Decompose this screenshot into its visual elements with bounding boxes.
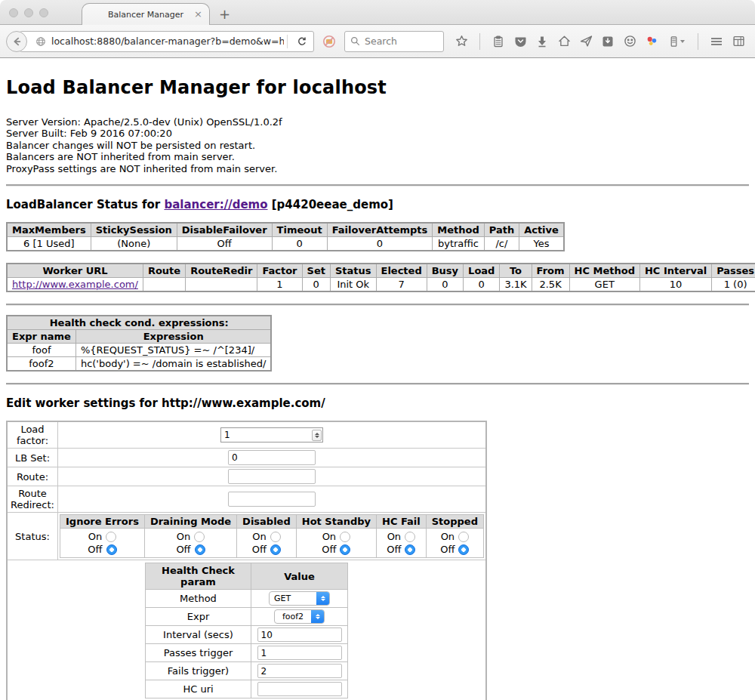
window-controls[interactable] [9, 8, 48, 17]
table-cell: 0 [272, 237, 327, 251]
header-cell: MaxMembers [7, 223, 91, 237]
method-label: Method [146, 590, 251, 608]
balancer-status-table: MaxMembers StickySession DisableFailover… [6, 222, 565, 251]
header-cell: To [500, 264, 532, 278]
colored-dots-extension-icon[interactable] [645, 35, 658, 48]
menu-hamburger-icon[interactable] [710, 35, 723, 48]
ignore-errors-on-radio[interactable] [106, 532, 116, 542]
form-row-lb-set: LB Set: [7, 449, 486, 467]
load-factor-input[interactable] [220, 427, 323, 443]
on-label: On [88, 531, 102, 542]
draining-mode-on-radio[interactable] [194, 532, 205, 542]
back-button[interactable] [6, 31, 27, 52]
hc-row-method: Method GET [146, 590, 348, 608]
reading-list-icon[interactable] [492, 35, 505, 48]
route-redirect-input[interactable] [228, 492, 316, 507]
on-label: On [322, 531, 336, 542]
table-header-row: MaxMembers StickySession DisableFailover… [7, 223, 564, 237]
download-arrow-icon[interactable] [535, 35, 549, 48]
table-cell: GET [569, 278, 639, 292]
header-cell: Value [251, 563, 348, 590]
hc-fail-off-radio[interactable] [405, 544, 415, 555]
header-cell: Set [302, 264, 330, 278]
table-cell [186, 278, 257, 292]
table-header-row: Worker URL Route RouteRedir Factor Set S… [7, 264, 755, 278]
pocket-icon[interactable] [513, 35, 527, 48]
worker-url-link[interactable]: http://www.example.com/ [12, 279, 138, 290]
extension-download-icon[interactable] [601, 35, 615, 48]
table-header-row: Expr name Expression [7, 330, 271, 344]
container-tabs-icon[interactable] [667, 35, 686, 48]
interval-input[interactable] [257, 628, 342, 642]
search-bar[interactable] [344, 31, 444, 52]
hc-uri-input[interactable] [257, 682, 342, 696]
heading-prefix: LoadBalancer Status for [6, 198, 164, 211]
search-icon [350, 36, 360, 46]
new-tab-button[interactable]: + [219, 6, 230, 22]
disabled-off-radio[interactable] [270, 544, 281, 555]
off-label: Off [252, 544, 267, 555]
window-close-button[interactable] [9, 8, 18, 17]
reload-button[interactable] [291, 36, 313, 47]
send-icon[interactable] [579, 35, 593, 48]
divider [6, 184, 749, 186]
content-blocked-icon[interactable] [320, 32, 338, 51]
header-cell: Ignore Errors [60, 515, 145, 529]
method-select-value: GET [270, 594, 316, 603]
expr-table-title: Health check cond. expressions: [7, 316, 271, 330]
status-options-table: Ignore Errors Draining Mode Disabled Hot… [60, 514, 484, 558]
header-cell: Stopped [426, 515, 483, 529]
header-cell: Disabled [237, 515, 297, 529]
url-bar[interactable]: localhost:8880/balancer-manager?b=demo&w… [20, 31, 314, 52]
lb-set-input[interactable] [228, 450, 316, 465]
lb-set-label: LB Set: [7, 449, 58, 467]
health-check-expressions-table: Health check cond. expressions: Expr nam… [6, 315, 272, 372]
header-cell: From [532, 264, 569, 278]
heading-suffix: [p4420eeae_demo] [268, 198, 393, 211]
table-cell: Yes [519, 237, 564, 251]
draining-mode-off-radio[interactable] [195, 544, 205, 555]
off-label: Off [88, 544, 102, 555]
table-cell: 1 [257, 278, 302, 292]
tab-title: Balancer Manager [108, 10, 183, 20]
passes-input[interactable] [257, 646, 342, 660]
tab-balancer-manager[interactable]: Balancer Manager × [82, 3, 210, 26]
dropdown-caret-icon [680, 40, 685, 43]
select-stepper-icon [311, 609, 324, 624]
stopped-on-radio[interactable] [458, 532, 469, 542]
header-cell: Passes [712, 264, 755, 278]
table-cell: /c/ [484, 237, 519, 251]
table-row: 6 [1 Used] (None) Off 0 0 bytraffic /c/ … [7, 237, 564, 251]
hot-standby-off-radio[interactable] [340, 544, 350, 555]
window-zoom-button[interactable] [39, 8, 48, 17]
url-text[interactable]: localhost:8880/balancer-manager?b=demo&w… [51, 35, 284, 47]
route-input[interactable] [228, 469, 316, 484]
navigation-toolbar: localhost:8880/balancer-manager?b=demo&w… [0, 25, 755, 58]
search-input[interactable] [365, 35, 433, 47]
chat-smiley-icon[interactable] [623, 35, 636, 48]
balancer-demo-link[interactable]: balancer://demo [164, 198, 267, 211]
disabled-on-radio[interactable] [270, 532, 281, 542]
tab-close-icon[interactable]: × [194, 8, 202, 20]
table-cell: Init Ok [330, 278, 376, 292]
on-label: On [252, 531, 266, 542]
bookmark-star-icon[interactable] [455, 35, 468, 48]
stopped-off-radio[interactable] [458, 544, 469, 555]
server-info: Server Version: Apache/2.5.0-dev (Unix) … [6, 116, 749, 174]
fails-input[interactable] [257, 664, 342, 678]
tab-bar: Balancer Manager × + [0, 0, 755, 25]
method-select[interactable]: GET [269, 591, 330, 606]
window-minimize-button[interactable] [24, 8, 33, 17]
hc-fail-on-radio[interactable] [405, 532, 415, 542]
route-redirect-label: Route Redirect: [7, 486, 58, 513]
sidebar-grid-icon[interactable] [732, 35, 745, 48]
hot-standby-on-radio[interactable] [340, 532, 350, 542]
header-cell: Worker URL [7, 264, 143, 278]
number-stepper-icon[interactable] [312, 430, 322, 441]
header-cell: Load [464, 264, 500, 278]
expr-select[interactable]: foof2 [274, 609, 325, 624]
header-cell: HC Method [569, 264, 639, 278]
table-cell: Off [177, 237, 272, 251]
home-icon[interactable] [557, 35, 571, 48]
ignore-errors-off-radio[interactable] [106, 544, 117, 555]
